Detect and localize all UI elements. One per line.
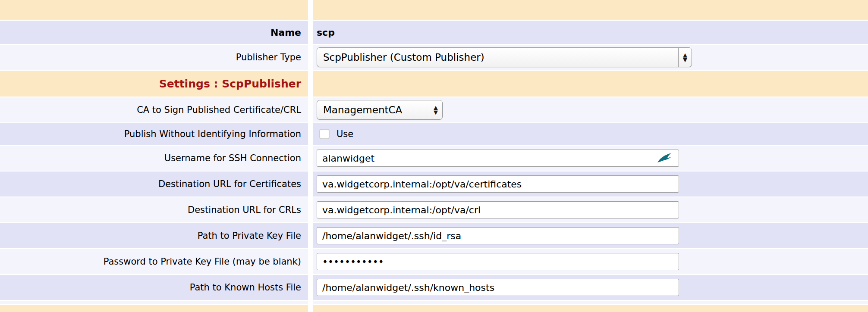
name-row: Name scp	[0, 21, 868, 44]
ca-sign-select[interactable]: ManagementCA ▲ ▼	[317, 100, 443, 120]
bottom-band-right-cell	[313, 305, 868, 312]
cert-destination-label: Destination URL for Certificates	[158, 179, 301, 189]
bottom-sliver-right-cell	[313, 301, 868, 304]
top-section-band	[0, 0, 868, 20]
cert-destination-row: Destination URL for Certificates	[0, 172, 868, 197]
private-key-path-label: Path to Private Key File	[198, 231, 301, 241]
top-band-left-cell	[0, 0, 308, 20]
cert-destination-input[interactable]	[317, 175, 679, 193]
private-key-password-row: Password to Private Key File (may be bla…	[0, 249, 868, 274]
ssh-username-input[interactable]	[317, 150, 679, 167]
private-key-path-input[interactable]	[317, 227, 679, 244]
ssh-username-row: Username for SSH Connection	[0, 146, 868, 171]
anonymize-label: Publish Without Identifying Information	[124, 129, 301, 139]
ssh-username-input-wrap	[317, 150, 679, 167]
private-key-path-row: Path to Private Key File	[0, 223, 868, 248]
known-hosts-row: Path to Known Hosts File	[0, 275, 868, 300]
select-arrows-icon: ▲ ▼	[678, 48, 692, 67]
known-hosts-input[interactable]	[317, 279, 679, 296]
bottom-band-left-cell	[0, 305, 308, 312]
dashlane-autofill-icon[interactable]	[657, 153, 672, 164]
publisher-type-label: Publisher Type	[236, 52, 301, 62]
crl-destination-row: Destination URL for CRLs	[0, 197, 868, 222]
ca-sign-row: CA to Sign Published Certificate/CRL Man…	[0, 97, 868, 122]
top-band-right-cell	[313, 0, 868, 20]
bottom-section-band	[0, 305, 868, 312]
name-value: scp	[317, 27, 335, 38]
settings-section-band: Settings : ScpPublisher	[0, 71, 868, 97]
arrow-down-icon: ▼	[434, 110, 438, 115]
settings-section-title: Settings : ScpPublisher	[159, 78, 301, 90]
bottom-sliver-left-cell	[0, 301, 308, 304]
use-checkbox-label: Use	[337, 129, 353, 139]
ca-sign-selected-value: ManagementCA	[323, 104, 402, 115]
bottom-row-sliver	[0, 301, 868, 304]
crl-destination-label: Destination URL for CRLs	[188, 205, 301, 215]
use-checkbox[interactable]	[319, 129, 330, 139]
settings-band-right-cell	[313, 71, 868, 97]
known-hosts-label: Path to Known Hosts File	[190, 282, 301, 293]
ca-sign-label: CA to Sign Published Certificate/CRL	[137, 105, 301, 115]
select-arrows-icon: ▲ ▼	[429, 100, 442, 119]
edit-publisher-form: Name scp Publisher Type ScpPublisher (Cu…	[0, 0, 868, 312]
name-label: Name	[270, 27, 301, 38]
publisher-type-row: Publisher Type ScpPublisher (Custom Publ…	[0, 45, 868, 70]
private-key-password-input[interactable]	[317, 253, 679, 270]
anonymize-row: Publish Without Identifying Information …	[0, 123, 868, 145]
arrow-down-icon: ▼	[683, 57, 687, 62]
publisher-type-selected-value: ScpPublisher (Custom Publisher)	[323, 52, 484, 63]
private-key-password-label: Password to Private Key File (may be bla…	[104, 256, 301, 267]
ssh-username-label: Username for SSH Connection	[164, 153, 301, 163]
crl-destination-input[interactable]	[317, 201, 679, 218]
publisher-type-select[interactable]: ScpPublisher (Custom Publisher) ▲ ▼	[317, 47, 692, 67]
